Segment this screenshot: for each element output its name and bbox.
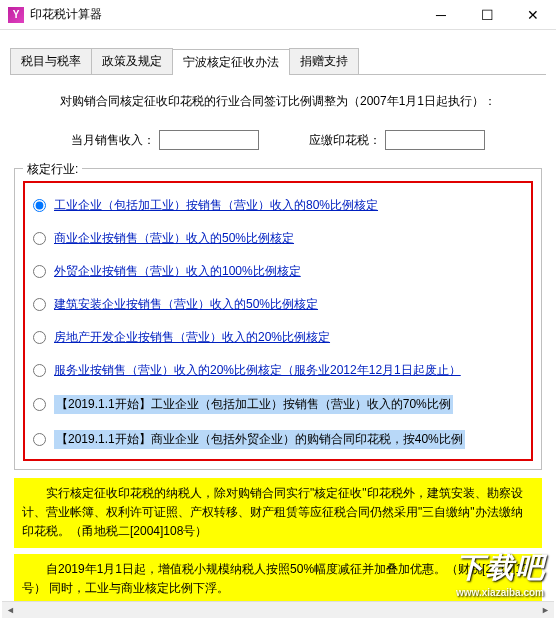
content-area: 税目与税率 政策及规定 宁波核定征收办法 捐赠支持 对购销合同核定征收印花税的行… [0,30,556,618]
radio-item-0[interactable]: 工业企业（包括加工业）按销售（营业）收入的80%比例核定 [33,189,523,222]
radio-7[interactable] [33,433,46,446]
tax-input-group: 应缴印花税： [309,130,485,150]
tax-input[interactable] [385,130,485,150]
radio-label-5: 服务业按销售（营业）收入的20%比例核定（服务业2012年12月1日起废止） [54,362,461,379]
radio-item-4[interactable]: 房地产开发企业按销售（营业）收入的20%比例核定 [33,321,523,354]
app-icon: Y [8,7,24,23]
radio-box: 工业企业（包括加工业）按销售（营业）收入的80%比例核定 商业企业按销售（营业）… [23,181,533,461]
window-title: 印花税计算器 [30,6,418,23]
radio-3[interactable] [33,298,46,311]
window-titlebar: Y 印花税计算器 ─ ☐ ✕ [0,0,556,30]
radio-item-3[interactable]: 建筑安装企业按销售（营业）收入的50%比例核定 [33,288,523,321]
radio-item-2[interactable]: 外贸企业按销售（营业）收入的100%比例核定 [33,255,523,288]
radio-label-2: 外贸企业按销售（营业）收入的100%比例核定 [54,263,301,280]
scroll-left-button[interactable]: ◄ [2,602,19,619]
input-row: 当月销售收入： 应缴印花税： [10,130,546,150]
window-controls: ─ ☐ ✕ [418,0,556,30]
radio-label-0: 工业企业（包括加工业）按销售（营业）收入的80%比例核定 [54,197,378,214]
sales-input-group: 当月销售收入： [71,130,259,150]
radio-item-5[interactable]: 服务业按销售（营业）收入的20%比例核定（服务业2012年12月1日起废止） [33,354,523,387]
radio-item-7[interactable]: 【2019.1.1开始】商业企业（包括外贸企业）的购销合同印花税，按40%比例 [33,422,523,457]
industry-fieldset: 核定行业: 工业企业（包括加工业）按销售（营业）收入的80%比例核定 商业企业按… [14,168,542,470]
scroll-track[interactable] [19,602,537,619]
note-1: 实行核定征收印花税的纳税人，除对购销合同实行"核定征收"印花税外，建筑安装、勘察… [14,478,542,548]
fieldset-legend: 核定行业: [23,161,82,178]
tax-label: 应缴印花税： [309,132,381,149]
tab-bar: 税目与税率 政策及规定 宁波核定征收办法 捐赠支持 [10,48,546,75]
tab-rates[interactable]: 税目与税率 [10,48,92,74]
notes-area: 实行核定征收印花税的纳税人，除对购销合同实行"核定征收"印花税外，建筑安装、勘察… [14,478,542,604]
radio-label-1: 商业企业按销售（营业）收入的50%比例核定 [54,230,294,247]
sales-input[interactable] [159,130,259,150]
radio-label-4: 房地产开发企业按销售（营业）收入的20%比例核定 [54,329,330,346]
tab-policy[interactable]: 政策及规定 [91,48,173,74]
radio-item-1[interactable]: 商业企业按销售（营业）收入的50%比例核定 [33,222,523,255]
radio-item-6[interactable]: 【2019.1.1开始】工业企业（包括加工业）按销售（营业）收入的70%比例 [33,387,523,422]
radio-5[interactable] [33,364,46,377]
horizontal-scrollbar[interactable]: ◄ ► [2,601,554,618]
radio-0[interactable] [33,199,46,212]
sales-label: 当月销售收入： [71,132,155,149]
note-2: 自2019年1月1日起，增值税小规模纳税人按照50%幅度减征并加叠加优惠。（财税… [14,554,542,604]
radio-2[interactable] [33,265,46,278]
radio-6[interactable] [33,398,46,411]
minimize-button[interactable]: ─ [418,0,464,30]
radio-label-6: 【2019.1.1开始】工业企业（包括加工业）按销售（营业）收入的70%比例 [54,395,453,414]
tab-donate[interactable]: 捐赠支持 [289,48,359,74]
radio-1[interactable] [33,232,46,245]
scroll-right-button[interactable]: ► [537,602,554,619]
radio-label-3: 建筑安装企业按销售（营业）收入的50%比例核定 [54,296,318,313]
close-button[interactable]: ✕ [510,0,556,30]
intro-text: 对购销合同核定征收印花税的行业合同签订比例调整为（2007年1月1日起执行）： [10,93,546,110]
radio-label-7: 【2019.1.1开始】商业企业（包括外贸企业）的购销合同印花税，按40%比例 [54,430,465,449]
tab-ningbo[interactable]: 宁波核定征收办法 [172,49,290,75]
maximize-button[interactable]: ☐ [464,0,510,30]
radio-4[interactable] [33,331,46,344]
